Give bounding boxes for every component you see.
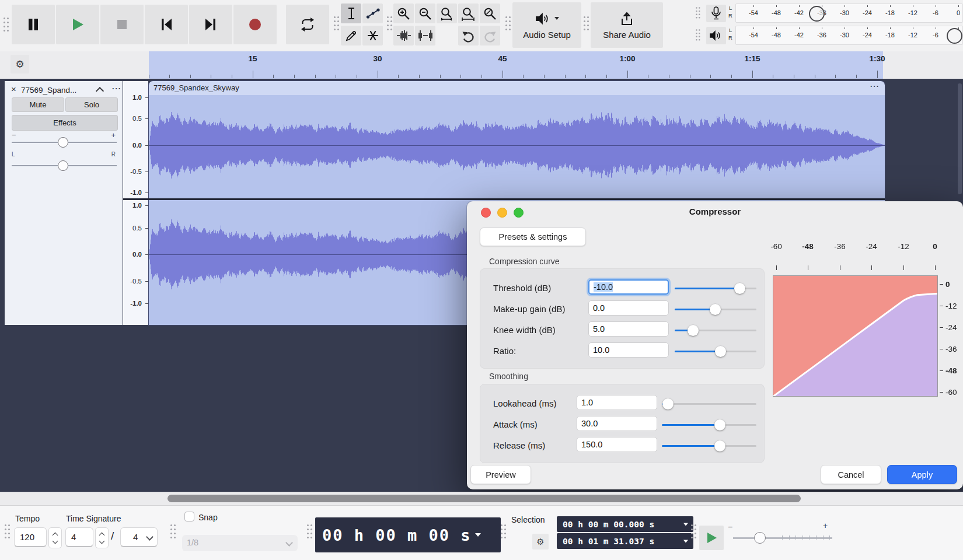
silence-audio-button[interactable] xyxy=(415,26,435,46)
selection-tool-button[interactable] xyxy=(341,4,361,23)
knee-width-slider-thumb[interactable] xyxy=(688,325,699,336)
ratio-slider-thumb[interactable] xyxy=(715,346,726,357)
track-menu-icon[interactable]: ⋯ xyxy=(111,83,121,94)
play-at-speed-grip[interactable] xyxy=(691,524,693,526)
time-signature-lower-select[interactable]: 4 xyxy=(120,527,158,547)
selection-start-display[interactable]: 00 h 00 m 00.000 s xyxy=(557,516,693,532)
play-at-speed-button[interactable] xyxy=(699,526,724,550)
tools-grip[interactable] xyxy=(334,16,336,18)
ratio-slider[interactable] xyxy=(675,345,756,357)
threshold-slider[interactable] xyxy=(675,282,756,294)
release-slider[interactable] xyxy=(662,440,756,452)
threshold-input[interactable]: -10.0 xyxy=(588,279,669,295)
time-signature-stepper[interactable] xyxy=(95,527,109,548)
selection-start-caret-icon[interactable] xyxy=(683,523,688,526)
share-grip[interactable] xyxy=(584,16,585,18)
play-speed-slider-knob[interactable] xyxy=(754,532,766,544)
record-button[interactable] xyxy=(233,5,277,44)
ratio-input[interactable]: 10.0 xyxy=(588,342,669,358)
record-meter[interactable]: -54 -48 -42 -36 -30 -24 -18 -12 -6 0 xyxy=(735,4,963,23)
record-meter-grip[interactable] xyxy=(696,7,697,8)
vertical-scrollbar[interactable] xyxy=(958,83,962,194)
lookahead-slider[interactable] xyxy=(662,398,756,410)
attack-slider[interactable] xyxy=(662,419,756,430)
release-input[interactable]: 150.0 xyxy=(577,437,657,452)
audio-setup-button[interactable]: Audio Setup xyxy=(512,2,581,48)
makeup-gain-input[interactable]: 0.0 xyxy=(588,300,669,316)
knee-width-input[interactable]: 5.0 xyxy=(588,321,669,337)
skip-to-end-button[interactable] xyxy=(189,5,232,44)
time-toolbar-grip[interactable] xyxy=(5,524,6,526)
stepper-up-icon[interactable] xyxy=(53,532,58,538)
loop-button[interactable] xyxy=(286,5,329,44)
envelope-tool-button[interactable] xyxy=(362,4,383,23)
playback-meter-speaker-button[interactable] xyxy=(706,27,726,44)
edit-grip[interactable] xyxy=(387,16,389,18)
attack-input[interactable]: 30.0 xyxy=(577,416,657,431)
snap-toolbar-grip[interactable] xyxy=(170,524,172,526)
horizontal-scrollbar[interactable] xyxy=(168,495,801,502)
timeline-ruler[interactable]: ⚙ 15 30 45 1:00 1:15 1:30 xyxy=(0,51,963,79)
stepper-down-icon[interactable] xyxy=(53,538,58,544)
tempo-stepper[interactable] xyxy=(48,527,62,548)
play-button[interactable] xyxy=(56,5,99,44)
fit-project-button[interactable] xyxy=(458,4,479,23)
apply-button[interactable]: Apply xyxy=(887,465,957,484)
time-format-caret-icon[interactable] xyxy=(475,533,481,537)
undo-button[interactable] xyxy=(458,26,479,46)
vertical-scale-ruler[interactable]: 1.0 0.5 0.0 -0.5 -1.0 1.0 0.5 0.0 -0.5 -… xyxy=(123,81,148,325)
record-volume-slider-knob[interactable] xyxy=(809,6,825,22)
zoom-out-button[interactable] xyxy=(415,4,435,23)
preview-button[interactable]: Preview xyxy=(470,465,531,484)
draw-tool-button[interactable] xyxy=(341,26,361,46)
toolbar-grip[interactable] xyxy=(4,18,5,19)
stop-button[interactable] xyxy=(100,5,144,44)
tempo-input[interactable]: 120 xyxy=(14,527,47,547)
share-audio-button[interactable]: Share Audio xyxy=(591,2,663,48)
zoom-toggle-button[interactable] xyxy=(480,4,500,23)
stepper-up-icon[interactable] xyxy=(99,532,105,538)
pan-slider-knob[interactable] xyxy=(58,160,68,171)
track-title[interactable]: 77569_Spand... xyxy=(21,86,76,94)
attack-slider-thumb[interactable] xyxy=(714,419,725,430)
knee-width-slider[interactable] xyxy=(675,324,756,336)
mute-button[interactable]: Mute xyxy=(12,97,64,112)
close-track-icon[interactable]: × xyxy=(11,84,16,94)
release-slider-thumb[interactable] xyxy=(714,440,725,452)
audio-setup-grip[interactable] xyxy=(505,16,507,18)
selection-end-display[interactable]: 00 h 01 m 31.037 s xyxy=(557,533,693,549)
snap-to-select[interactable]: 1/8 xyxy=(182,535,298,551)
playback-meter[interactable]: -54 -48 -42 -36 -30 -24 -18 -12 -6 xyxy=(735,26,963,45)
snap-checkbox[interactable] xyxy=(184,512,194,522)
solo-button[interactable]: Solo xyxy=(65,97,118,112)
skip-to-start-button[interactable] xyxy=(145,5,188,44)
clip-menu-icon[interactable]: ⋯ xyxy=(870,81,879,92)
record-meter-mic-button[interactable] xyxy=(706,5,726,22)
redo-button[interactable] xyxy=(480,26,500,46)
playback-meter-grip[interactable] xyxy=(696,29,697,30)
fit-selection-button[interactable] xyxy=(437,4,457,23)
selection-options-button[interactable]: ⚙ xyxy=(532,534,549,550)
waveform-left-channel[interactable] xyxy=(149,95,885,199)
gain-slider-knob[interactable] xyxy=(58,137,68,148)
collapse-track-icon[interactable] xyxy=(96,87,104,95)
presets-settings-button[interactable]: Presets & settings xyxy=(480,228,586,246)
lookahead-input[interactable]: 1.0 xyxy=(577,395,657,410)
selection-toolbar-grip[interactable] xyxy=(501,524,503,526)
time-display-grip[interactable] xyxy=(307,524,309,526)
playback-volume-slider-knob[interactable] xyxy=(947,28,962,44)
trim-audio-button[interactable] xyxy=(393,26,414,46)
cancel-button[interactable]: Cancel xyxy=(821,465,881,484)
compression-curve-graph[interactable] xyxy=(773,275,938,397)
audio-position-display[interactable]: 00 h 00 m 00 s xyxy=(315,517,501,552)
effects-button[interactable]: Effects xyxy=(12,115,118,131)
clip-header[interactable]: 77569_Spandex_Skyway ⋯ xyxy=(149,81,885,95)
zoom-in-button[interactable] xyxy=(393,4,414,23)
lookahead-slider-thumb[interactable] xyxy=(662,398,674,410)
makeup-gain-slider-thumb[interactable] xyxy=(710,304,721,315)
time-signature-upper-input[interactable]: 4 xyxy=(65,527,93,547)
pause-button[interactable] xyxy=(12,5,55,44)
threshold-slider-thumb[interactable] xyxy=(734,283,745,294)
stepper-down-icon[interactable] xyxy=(99,538,105,544)
makeup-gain-slider[interactable] xyxy=(675,303,756,315)
